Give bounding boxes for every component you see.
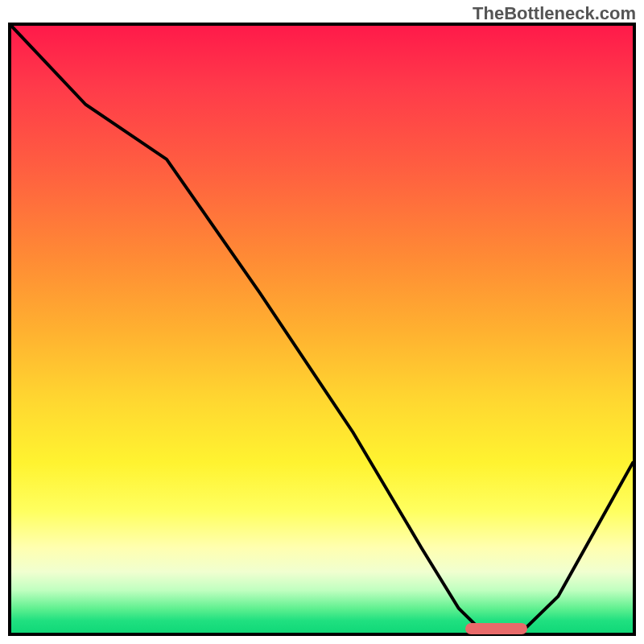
- chart-marker: [465, 623, 527, 634]
- chart-frame: [8, 23, 636, 636]
- watermark-text: TheBottleneck.com: [473, 3, 636, 24]
- chart-curve: [11, 26, 633, 633]
